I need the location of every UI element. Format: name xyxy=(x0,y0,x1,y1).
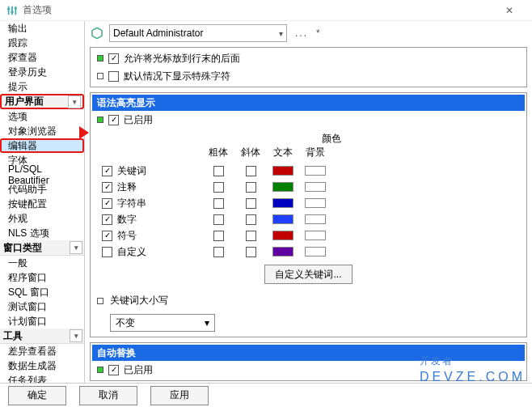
chevron-down-icon[interactable]: ▾ xyxy=(68,95,81,108)
option-label: 默认情况下显示特殊字符 xyxy=(124,70,230,83)
checkbox-italic[interactable] xyxy=(246,182,256,193)
section-header-syntax: 语法高亮显示 xyxy=(92,95,525,111)
checkbox-allow-cursor-eol[interactable] xyxy=(108,53,119,64)
category-label: 用户界面 xyxy=(5,95,44,108)
sidebar-item[interactable]: 数据生成器 xyxy=(0,358,84,373)
content-pane: Default Administrator ▾ ... * 允许将光标放到行末的… xyxy=(85,21,532,383)
text-color-swatch[interactable] xyxy=(272,198,293,208)
bg-color-swatch[interactable] xyxy=(305,231,326,240)
section-header-autoreplace: 自动替换 xyxy=(92,345,525,361)
row-label: 符号 xyxy=(117,229,137,243)
sidebar-item-editor[interactable]: 编辑器 xyxy=(0,138,84,153)
keyword-case-select[interactable]: 不变 ▾ xyxy=(110,314,215,332)
bg-color-swatch[interactable] xyxy=(305,214,326,224)
text-color-swatch[interactable] xyxy=(272,231,293,240)
sidebar-item[interactable]: 探查器 xyxy=(0,50,84,65)
custom-keywords-button[interactable]: 自定义关键词... xyxy=(264,265,352,284)
checkbox-row-enable[interactable] xyxy=(102,182,112,193)
sidebar-item[interactable]: SQL 窗口 xyxy=(0,285,84,299)
row-label: 字符串 xyxy=(117,197,146,210)
main-area: 输出 跟踪 探查器 登录历史 提示 用户界面 ▾ 选项 对象浏览器 编辑器 字体… xyxy=(0,21,532,383)
checkbox-italic[interactable] xyxy=(246,198,256,209)
checkbox-autoreplace-enabled[interactable] xyxy=(108,365,119,375)
col-header: 粗体 xyxy=(202,146,234,159)
checkbox-bold[interactable] xyxy=(213,166,224,176)
checkbox-syntax-enabled[interactable] xyxy=(108,115,119,125)
profile-select[interactable]: Default Administrator ▾ xyxy=(109,24,287,42)
sidebar-item[interactable]: 输出 xyxy=(0,21,84,36)
more-button[interactable]: ... xyxy=(292,28,311,39)
checkbox-italic[interactable] xyxy=(246,166,256,176)
sidebar-item[interactable]: 一般 xyxy=(0,256,84,270)
sidebar-item[interactable]: 程序窗口 xyxy=(0,270,84,285)
checkbox-bold[interactable] xyxy=(213,214,224,225)
status-dot-icon xyxy=(97,73,103,79)
checkbox-italic[interactable] xyxy=(246,231,256,241)
chevron-down-icon[interactable]: ▾ xyxy=(70,241,82,254)
bg-color-swatch[interactable] xyxy=(305,166,326,176)
sidebar-item[interactable]: 跟踪 xyxy=(0,36,84,50)
syntax-row: 数字 xyxy=(97,211,520,227)
dialog-buttons: 确定 取消 应用 xyxy=(0,383,532,407)
sidebar-item[interactable]: 差异查看器 xyxy=(0,344,84,358)
checkbox-italic[interactable] xyxy=(246,247,256,257)
syntax-row: 字符串 xyxy=(97,195,520,211)
sidebar-item-keys[interactable]: 按键配置 xyxy=(0,197,84,211)
sidebar-category-window[interactable]: 窗口类型 ▾ xyxy=(0,240,84,256)
syntax-row: 符号 xyxy=(97,227,520,244)
checkbox-italic[interactable] xyxy=(246,214,256,225)
checkbox-row-enable[interactable] xyxy=(102,166,112,176)
text-color-swatch[interactable] xyxy=(272,247,293,256)
chevron-down-icon: ▾ xyxy=(205,317,209,329)
bg-color-swatch[interactable] xyxy=(305,247,326,256)
preferences-icon xyxy=(6,5,18,16)
chevron-down-icon[interactable]: ▾ xyxy=(70,329,82,342)
star-icon[interactable]: * xyxy=(316,28,320,39)
checkbox-bold[interactable] xyxy=(213,247,224,257)
sidebar: 输出 跟踪 探查器 登录历史 提示 用户界面 ▾ 选项 对象浏览器 编辑器 字体… xyxy=(0,21,85,383)
text-color-swatch[interactable] xyxy=(272,214,293,224)
checkbox-bold[interactable] xyxy=(213,231,224,241)
ok-button[interactable]: 确定 xyxy=(8,386,66,405)
checkbox-row-enable[interactable] xyxy=(102,231,112,241)
sidebar-item-beautifier[interactable]: PL/SQL Beautifier xyxy=(0,167,84,182)
option-label: 已启用 xyxy=(124,363,153,377)
sidebar-category-ui[interactable]: 用户界面 ▾ xyxy=(0,94,84,109)
checkbox-row-enable[interactable] xyxy=(102,198,112,209)
category-label: 窗口类型 xyxy=(3,241,42,255)
sidebar-item[interactable]: 测试窗口 xyxy=(0,299,84,314)
status-dot-icon xyxy=(97,55,103,61)
sidebar-category-tools[interactable]: 工具 ▾ xyxy=(0,329,84,344)
text-color-swatch[interactable] xyxy=(272,182,293,192)
cube-icon xyxy=(90,26,104,40)
row-label: 关键词 xyxy=(117,164,146,178)
sidebar-item-nls[interactable]: NLS 选项 xyxy=(0,226,84,240)
checkbox-show-special[interactable] xyxy=(108,71,119,82)
svg-rect-5 xyxy=(15,7,18,9)
sidebar-item[interactable]: 计划窗口 xyxy=(0,314,84,329)
close-icon[interactable]: ✕ xyxy=(493,0,526,21)
bg-color-swatch[interactable] xyxy=(305,198,326,208)
checkbox-row-enable[interactable] xyxy=(102,214,112,225)
svg-rect-2 xyxy=(15,6,17,15)
checkbox-row-enable[interactable] xyxy=(102,247,112,257)
select-value: 不变 xyxy=(116,316,135,330)
svg-rect-3 xyxy=(7,8,11,10)
cancel-button[interactable]: 取消 xyxy=(79,386,137,405)
option-label: 已启用 xyxy=(124,113,153,127)
text-color-swatch[interactable] xyxy=(272,166,293,176)
checkbox-bold[interactable] xyxy=(213,198,224,209)
sidebar-item-appearance[interactable]: 外观 xyxy=(0,211,84,226)
sidebar-item-object-browser[interactable]: 对象浏览器 xyxy=(0,124,84,138)
sidebar-item[interactable]: 登录历史 xyxy=(0,65,84,79)
apply-button[interactable]: 应用 xyxy=(150,386,209,405)
bg-color-swatch[interactable] xyxy=(305,182,326,192)
sidebar-item[interactable]: 提示 xyxy=(0,79,84,94)
option-label: 允许将光标放到行末的后面 xyxy=(124,52,240,66)
checkbox-bold[interactable] xyxy=(213,182,224,193)
sidebar-item-options[interactable]: 选项 xyxy=(0,109,84,124)
col-header: 背景 xyxy=(299,146,331,159)
sidebar-item[interactable]: 任务列表 xyxy=(0,373,84,383)
row-label: 数字 xyxy=(117,213,137,227)
syntax-row: 自定义 xyxy=(97,244,520,260)
